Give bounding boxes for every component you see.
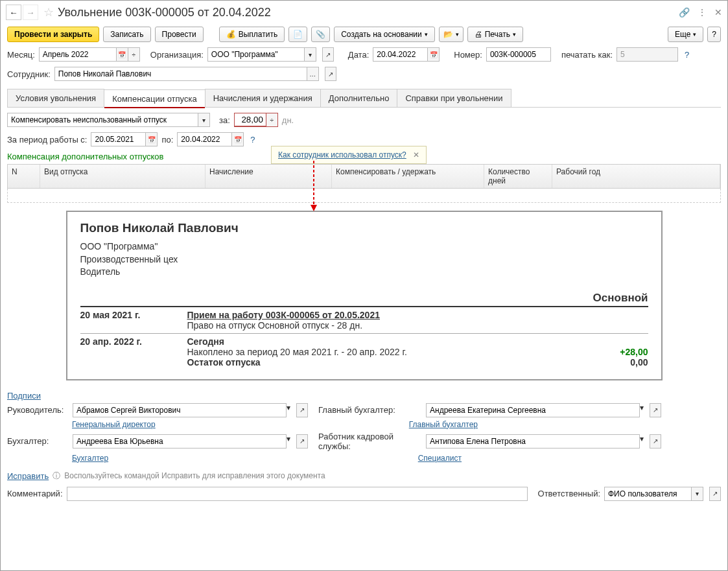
print-label: Печать (485, 30, 510, 39)
manager-open-button[interactable]: ↗ (296, 403, 308, 417)
print-button[interactable]: 🖨 Печать (467, 27, 523, 42)
tooltip-popup: Как сотрудник использовал отпуск? ✕ (271, 146, 427, 164)
col-calc: Начисление (205, 165, 332, 188)
r3-val: 0,00 (630, 357, 648, 367)
nav-forward: → (23, 5, 38, 20)
employee-input[interactable] (54, 67, 307, 81)
month-input[interactable] (39, 47, 117, 62)
save-button[interactable]: Записать (103, 27, 150, 42)
help-button[interactable]: ? (707, 27, 721, 42)
post-close-button[interactable]: Провести и закрыть (7, 27, 99, 42)
period-to-input[interactable] (177, 132, 232, 146)
col-n: N (8, 165, 40, 188)
tooltip-close-icon[interactable]: ✕ (413, 150, 419, 159)
chief-acc-input[interactable] (426, 403, 640, 417)
create-based-button[interactable]: Создать на основании (334, 27, 435, 42)
acc-input[interactable] (73, 434, 287, 449)
period-from-input[interactable] (91, 132, 146, 146)
period-help-icon[interactable]: ? (250, 135, 255, 145)
doc-icon-button[interactable]: 📄 (288, 27, 307, 42)
month-spinner[interactable]: ÷ (128, 47, 140, 62)
attach-icon-button[interactable]: 📎 (311, 27, 330, 42)
link-icon[interactable]: 🔗 (679, 7, 690, 17)
acc-open-button[interactable]: ↗ (296, 434, 308, 449)
days-spinner[interactable]: ÷ (266, 113, 278, 127)
r2-val: +28,00 (620, 347, 648, 357)
r1-date: 20 мая 2021 г. (80, 310, 187, 331)
date-calendar-icon[interactable]: 📅 (428, 47, 440, 62)
manager-input[interactable] (73, 403, 287, 417)
from-calendar-icon[interactable]: 📅 (146, 132, 158, 146)
report-employee-name: Попов Николай Павлович (80, 221, 648, 235)
employee-open-button[interactable]: ↗ (325, 67, 336, 81)
report-position: Водитель (80, 266, 648, 279)
comment-input[interactable] (67, 487, 528, 501)
report-org: ООО "Программа" (80, 240, 648, 253)
responsible-dropdown-icon[interactable]: ▾ (692, 487, 703, 501)
vacation-report: Попов Николай Павлович ООО "Программа" П… (66, 211, 663, 380)
favorite-icon[interactable]: ☆ (43, 5, 54, 19)
r2-date: 20 апр. 2022 г. (80, 336, 187, 367)
responsible-open-button[interactable]: ↗ (709, 487, 721, 501)
payout-button[interactable]: 💰 Выплатить (219, 27, 285, 42)
post-button[interactable]: Провести (155, 27, 204, 42)
acc-position[interactable]: Бухгалтер (72, 454, 108, 463)
comp-mode-select[interactable] (7, 113, 198, 127)
month-calendar-icon[interactable]: 📅 (117, 47, 128, 62)
kebab-icon[interactable]: ⋮ (698, 7, 707, 17)
tab-accruals[interactable]: Начисления и удержания (205, 89, 321, 107)
date-label: Дата: (348, 50, 369, 60)
tab-compensation[interactable]: Компенсации отпуска (104, 89, 205, 108)
employee-select-icon[interactable]: … (307, 67, 319, 81)
org-input[interactable] (207, 47, 305, 62)
days-input[interactable] (234, 113, 266, 127)
number-input[interactable] (486, 47, 551, 62)
tab-references[interactable]: Справки при увольнении (397, 89, 511, 107)
org-open-button[interactable]: ↗ (322, 47, 334, 62)
col-type: Вид отпуска (40, 165, 205, 188)
col-comp: Компенсировать / удержать (332, 165, 484, 188)
hr-input[interactable] (426, 434, 640, 449)
grid-body[interactable] (7, 189, 721, 203)
help-icon[interactable]: ? (685, 50, 689, 60)
to-calendar-icon[interactable]: 📅 (232, 132, 244, 146)
r2-event: Сегодня (187, 336, 224, 347)
manager-dropdown-icon[interactable]: ▾ (287, 403, 290, 417)
days-unit: дн. (282, 115, 294, 125)
signatures-heading[interactable]: Подписи (7, 391, 41, 401)
folder-button[interactable]: 📂 (439, 27, 464, 42)
tooltip-link[interactable]: Как сотрудник использовал отпуск? (278, 150, 406, 159)
acc-dropdown-icon[interactable]: ▾ (287, 434, 290, 449)
tab-additional[interactable]: Дополнительно (320, 89, 398, 107)
acc-label: Бухгалтер: (7, 436, 69, 446)
r1-event[interactable]: Прием на работу 003К-000065 от 20.05.202… (187, 310, 380, 320)
number-label: Номер: (454, 50, 482, 60)
org-dropdown-icon[interactable]: ▾ (305, 47, 316, 62)
tab-conditions[interactable]: Условия увольнения (7, 89, 104, 107)
chief-acc-dropdown-icon[interactable]: ▾ (640, 403, 644, 417)
more-button[interactable]: Еще (668, 27, 703, 42)
responsible-label: Ответственный: (538, 489, 600, 498)
col-days: Количество дней (484, 165, 552, 188)
period-label: За период работы с: (7, 135, 87, 145)
hr-open-button[interactable]: ↗ (650, 434, 661, 449)
print-as-label: печатать как: (561, 50, 613, 60)
hr-dropdown-icon[interactable]: ▾ (640, 434, 644, 449)
responsible-input[interactable] (604, 487, 692, 501)
close-icon[interactable]: ✕ (714, 7, 722, 17)
manager-position[interactable]: Генеральный директор (72, 420, 156, 429)
chief-acc-label: Главный бухгалтер: (318, 405, 422, 415)
r2-note: Накоплено за период 20 мая 2021 г. - 20 … (187, 347, 407, 357)
chief-acc-open-button[interactable]: ↗ (650, 403, 661, 417)
for-label: за: (219, 115, 230, 125)
info-icon: ⓘ (53, 471, 60, 482)
org-label: Организация: (150, 50, 204, 60)
nav-back[interactable]: ← (6, 5, 21, 20)
comp-mode-dropdown-icon[interactable]: ▾ (198, 113, 210, 127)
fix-note: Воспользуйтесь командой Исправить для ис… (64, 471, 325, 480)
hr-position[interactable]: Специалист (418, 454, 462, 463)
month-label: Месяц: (7, 50, 35, 60)
fix-link[interactable]: Исправить (7, 471, 49, 481)
date-input[interactable] (373, 47, 428, 62)
chief-acc-position[interactable]: Главный бухгалтер (409, 420, 478, 429)
